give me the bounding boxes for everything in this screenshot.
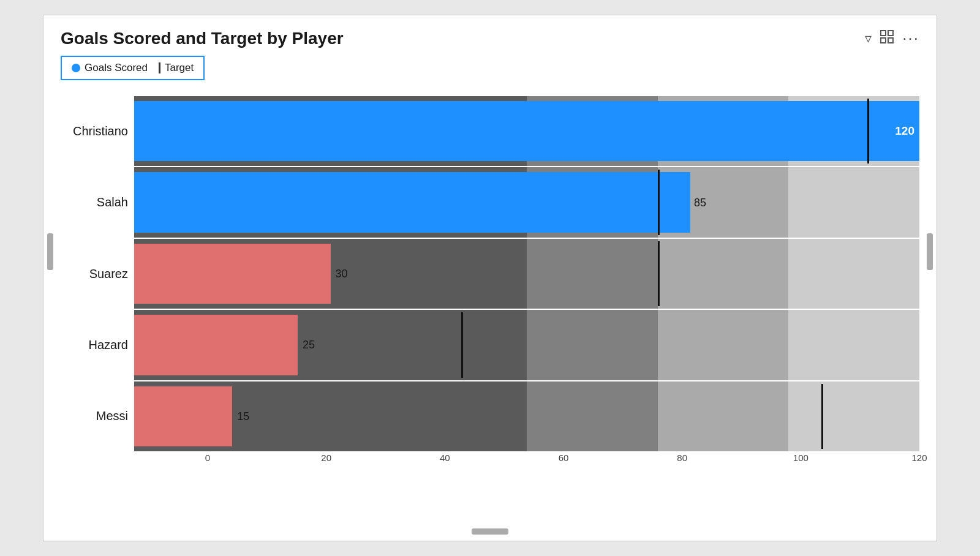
legend-circle-goals xyxy=(72,64,80,72)
svg-rect-3 xyxy=(888,38,893,43)
bar-value-hazard: 25 xyxy=(303,339,315,351)
player-label-hazard: Hazard xyxy=(58,338,128,352)
x-tick-40: 40 xyxy=(440,453,450,463)
bar-salah-goals xyxy=(134,172,690,232)
bar-value-suarez: 30 xyxy=(336,268,348,280)
bar-value-messi: 15 xyxy=(237,410,249,423)
player-label-salah: Salah xyxy=(58,195,128,209)
x-tick-80: 80 xyxy=(677,453,687,463)
player-label-christiano: Christiano xyxy=(58,124,128,138)
legend-box: Goals Scored Target xyxy=(61,56,205,80)
bar-christiano-goals: 120 xyxy=(134,101,919,161)
bar-messi-goals xyxy=(134,386,232,446)
player-row-suarez: Suarez 30 xyxy=(134,239,919,310)
focus-icon[interactable] xyxy=(880,30,894,47)
legend-target-label: Target xyxy=(165,62,194,74)
x-tick-60: 60 xyxy=(559,453,569,463)
target-line-suarez xyxy=(658,241,660,306)
legend-target: Target xyxy=(159,62,194,74)
target-line-christiano xyxy=(867,99,869,163)
target-line-salah xyxy=(658,170,660,235)
legend-goals-label: Goals Scored xyxy=(85,62,148,74)
bar-suarez-goals xyxy=(134,244,331,304)
legend-goals-scored: Goals Scored xyxy=(72,62,148,74)
player-row-messi: Messi 15 xyxy=(134,381,919,451)
player-row-hazard: Hazard 25 xyxy=(134,310,919,381)
player-row-salah: Salah 85 xyxy=(134,167,919,238)
more-options-icon[interactable]: ··· xyxy=(902,29,919,48)
target-line-messi xyxy=(821,384,823,449)
svg-rect-1 xyxy=(888,31,893,36)
chart-title: Goals Scored and Target by Player xyxy=(61,29,919,48)
bar-value-christiano: 120 xyxy=(895,124,914,138)
target-line-hazard xyxy=(461,312,463,377)
svg-rect-0 xyxy=(881,31,886,36)
chart-container: Goals Scored and Target by Player Goals … xyxy=(43,15,937,541)
bar-value-salah: 85 xyxy=(694,196,706,209)
player-label-suarez: Suarez xyxy=(58,267,128,281)
chart-area: Christiano 120 Salah 85 Suarez xyxy=(61,96,919,476)
scroll-handle-right[interactable] xyxy=(927,233,933,270)
x-tick-20: 20 xyxy=(321,453,331,463)
legend-line-target xyxy=(159,62,160,73)
x-tick-120: 120 xyxy=(911,453,927,463)
x-tick-0: 0 xyxy=(205,453,210,463)
toolbar: ▿ ··· xyxy=(865,29,919,48)
filter-icon[interactable]: ▿ xyxy=(865,31,872,47)
svg-rect-2 xyxy=(881,38,886,43)
player-rows: Christiano 120 Salah 85 Suarez xyxy=(134,96,919,451)
x-tick-100: 100 xyxy=(793,453,809,463)
player-row-christiano: Christiano 120 xyxy=(134,96,919,167)
x-axis: 0 20 40 60 80 100 120 xyxy=(134,453,919,476)
player-label-messi: Messi xyxy=(58,409,128,423)
scroll-handle-left[interactable] xyxy=(47,233,53,270)
bar-hazard-goals xyxy=(134,315,298,375)
scroll-handle-bottom[interactable] xyxy=(472,528,508,535)
